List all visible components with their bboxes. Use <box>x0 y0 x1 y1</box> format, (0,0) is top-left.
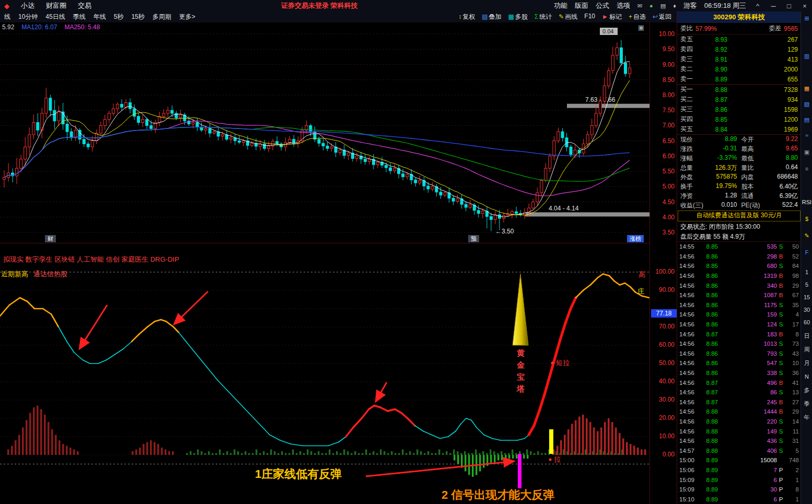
tick-row[interactable]: 14:558.85535S50 <box>677 242 801 252</box>
tool-button-1[interactable]: ↕复权 <box>458 13 475 21</box>
period-tab-8[interactable]: 多周期 <box>153 13 171 21</box>
tool-button-3[interactable]: ▦多股 <box>508 13 528 21</box>
tick-row[interactable]: 14:568.87183B8 <box>677 329 801 339</box>
menu-item-right-3[interactable]: 公式 <box>596 1 609 10</box>
maximize-button[interactable]: □ <box>785 2 793 10</box>
period-multi[interactable]: 多 <box>801 386 812 394</box>
tick-row[interactable]: 14:568.86338S36 <box>677 368 801 378</box>
tick-row[interactable]: 14:568.881444B29 <box>677 407 801 417</box>
period-week[interactable]: 周 <box>801 346 812 353</box>
indicator-canvas[interactable]: 黄金宝塔高庄短拉拉1庄家线低有反弹2 信号出现才能大反弹 <box>0 243 649 504</box>
period-tab-3[interactable]: 45日线 <box>45 13 65 21</box>
period-15min[interactable]: 15 <box>801 294 812 301</box>
apps-icon[interactable]: ♦ <box>673 3 676 9</box>
bid-price: 8.84 <box>699 126 727 133</box>
screenshot-icon[interactable]: ▣ <box>638 24 644 31</box>
indicator-chart[interactable]: 拟现实 数字孪生 区块链 人工智能 信创 家庭医生 DRG-DIP 近期新高 通… <box>0 243 649 504</box>
panel-icon[interactable]: ▥ <box>801 52 812 60</box>
tick-row[interactable]: 14:568.861319B98 <box>677 271 801 281</box>
mail-icon[interactable]: ✉ <box>637 3 642 9</box>
collapse-icon[interactable]: ^ <box>753 2 762 10</box>
minimize-button[interactable]: ─ <box>769 2 778 10</box>
period-tab-6[interactable]: 5秒 <box>114 13 124 21</box>
tick-row[interactable]: 14:568.86547S10 <box>677 358 801 368</box>
tick-row[interactable]: 14:568.85680S84 <box>677 261 801 271</box>
tool-button-2[interactable]: ▤叠加 <box>482 13 501 21</box>
tick-row[interactable]: 14:568.86124S17 <box>677 320 801 330</box>
stock-title[interactable]: 300290 荣科科技 <box>677 11 801 23</box>
menu-item-right-1[interactable]: 功能 <box>554 1 567 10</box>
tick-row[interactable]: 14:568.88220S14 <box>677 417 801 427</box>
tick-row[interactable]: 14:568.86298B52 <box>677 252 801 262</box>
status-dot-icon[interactable]: ● <box>649 3 653 9</box>
tick-row[interactable]: 14:568.88436S31 <box>677 436 801 446</box>
tool-button-5[interactable]: ✎画线 <box>559 13 577 21</box>
tick-row[interactable]: 15:098.8930P8 <box>677 485 801 495</box>
tick-row[interactable]: 14:578.88406S5 <box>677 446 801 455</box>
blocks-icon[interactable]: ▦ <box>801 85 812 92</box>
list-icon[interactable]: ≡ <box>801 165 812 172</box>
period-tab-5[interactable]: 年线 <box>94 13 106 21</box>
tick-row[interactable]: 15:008.8915008748 <box>677 455 801 465</box>
wave-icon[interactable]: ≈ <box>801 132 812 139</box>
tick-row[interactable]: 14:568.86793S43 <box>677 349 801 359</box>
tool-button-6[interactable]: F10 <box>584 13 595 21</box>
period-tab-9[interactable]: 更多> <box>179 13 195 21</box>
close-button[interactable]: × <box>801 2 809 10</box>
tool-button-9[interactable]: ↩返回 <box>653 13 671 21</box>
period-n[interactable]: N <box>801 373 812 380</box>
tool-button-4[interactable]: Σ统计 <box>535 13 552 21</box>
period-quarter[interactable]: 季 <box>801 400 812 407</box>
period-tab-4[interactable]: 季线 <box>73 13 86 21</box>
tick-price: 8.85 <box>698 243 718 250</box>
period-60min[interactable]: 60 <box>801 319 812 326</box>
menu-item-2[interactable]: 财富圈 <box>46 1 66 10</box>
chart-tab-3[interactable]: 涨榜 <box>627 235 644 242</box>
period-tab-2[interactable]: 10分钟 <box>18 13 38 21</box>
tool-button-7[interactable]: ►标记 <box>602 13 622 21</box>
kline-chart[interactable]: 5.92 MA120: 6.07 MA250: 5.48 ▣ 7.63 - 7.… <box>0 22 649 243</box>
f-button[interactable]: F <box>801 249 812 256</box>
layout-icon[interactable]: ▤ <box>660 3 666 9</box>
menu-item-right-2[interactable]: 版面 <box>575 1 588 10</box>
tick-row[interactable]: 14:568.88149S11 <box>677 426 801 436</box>
split-icon[interactable]: ▧ <box>801 100 812 108</box>
menu-item-3[interactable]: 交易 <box>78 1 91 10</box>
tick-row[interactable]: 14:568.86340B29 <box>677 280 801 290</box>
period-tab-7[interactable]: 15秒 <box>131 13 144 21</box>
box-icon[interactable]: ▣ <box>801 148 812 156</box>
period-tab-1[interactable]: 线 <box>4 13 10 21</box>
tick-count: 27 <box>785 399 799 405</box>
tick-row[interactable]: 14:568.87496B41 <box>677 378 801 388</box>
menu-item-1[interactable]: 小达 <box>21 1 34 10</box>
period-30min[interactable]: 30 <box>801 306 812 313</box>
rsi-button[interactable]: RSI <box>801 198 812 206</box>
money-button[interactable]: $ <box>801 215 812 222</box>
grid-icon[interactable]: ⊞ <box>801 15 812 22</box>
tick-row[interactable]: 14:568.861175S35 <box>677 300 801 310</box>
subscription-banner[interactable]: 自动续费通达信普及版 30元/月 <box>678 210 801 221</box>
user-label[interactable]: 游客 <box>683 1 697 10</box>
tick-row[interactable]: 14:568.861013S73 <box>677 339 801 349</box>
period-year[interactable]: 年 <box>801 414 812 421</box>
period-day[interactable]: 日 <box>801 332 812 339</box>
rows-icon[interactable]: ▤ <box>801 116 812 123</box>
tick-row[interactable]: 15:098.896P1 <box>677 475 801 485</box>
kline-canvas[interactable]: 7.63 - 7.664.04 - 4.140.04←3.50 <box>0 22 649 235</box>
menu-item-right-4[interactable]: 选项 <box>617 1 630 10</box>
tick-row[interactable]: 15:108.896P1 <box>677 494 801 504</box>
tick-list[interactable]: 14:558.85535S5014:568.86298B5214:568.856… <box>677 242 801 504</box>
period-1min[interactable]: 1 <box>801 268 812 276</box>
period-5min[interactable]: 5 <box>801 281 812 288</box>
period-month[interactable]: 月 <box>801 359 812 367</box>
tool-button-icon: Σ <box>535 13 538 20</box>
tick-row[interactable]: 15:068.897P2 <box>677 465 801 475</box>
tick-row[interactable]: 14:568.8786S13 <box>677 388 801 397</box>
tick-row[interactable]: 14:568.86159S4 <box>677 310 801 320</box>
tool-button-8[interactable]: +自选 <box>629 13 646 21</box>
tick-row[interactable]: 14:568.861087B67 <box>677 290 801 300</box>
draw-button[interactable]: ✎ <box>801 232 812 239</box>
chart-tab-2[interactable]: 预 <box>468 235 479 242</box>
chart-tab-1[interactable]: 财 <box>45 235 56 242</box>
tick-row[interactable]: 14:568.87245B27 <box>677 397 801 407</box>
